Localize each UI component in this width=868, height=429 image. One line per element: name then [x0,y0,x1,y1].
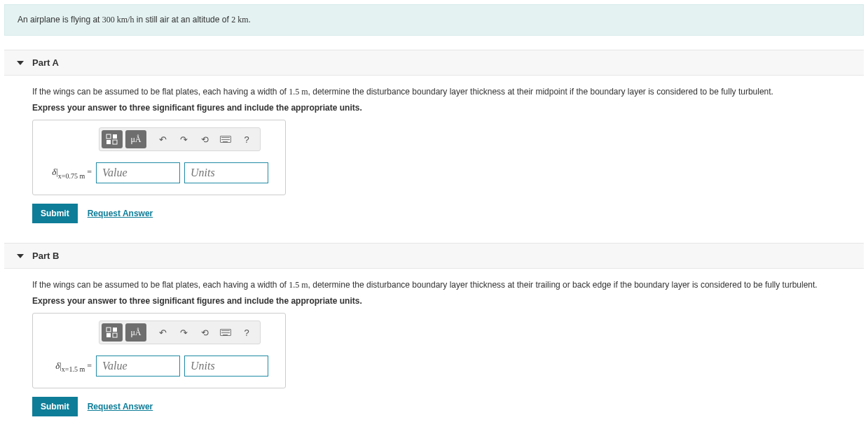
part-b-request-answer-link[interactable]: Request Answer [88,402,153,412]
keyboard-button[interactable] [216,323,235,342]
intro-alt: 2 km [231,15,248,24]
part-b-actions: Submit Request Answer [32,397,836,416]
part-a-value-input[interactable] [96,162,180,183]
reset-button[interactable]: ⟲ [195,323,214,342]
part-a-submit-button[interactable]: Submit [32,204,78,223]
redo-button[interactable]: ↷ [174,130,193,148]
svg-rect-7 [113,333,117,337]
answer-toolbar: μÅ ↶ ↷ ⟲ ? [99,321,261,344]
undo-button[interactable]: ↶ [153,130,172,148]
redo-button[interactable]: ↷ [174,323,193,342]
caret-down-icon [17,61,24,65]
part-b-input-row: δ|x=1.5 m = [41,356,277,377]
intro-text-mid: in still air at an altitude of [134,15,231,24]
special-chars-button[interactable]: μÅ [125,323,146,342]
part-b-header[interactable]: Part B [4,243,864,269]
part-a-units-input[interactable] [184,162,268,183]
intro-text-pre: An airplane is flying at [18,15,102,24]
part-b: Part B If the wings can be assumed to be… [4,243,864,422]
keyboard-icon [220,136,231,143]
help-button[interactable]: ? [237,130,256,148]
caret-down-icon [17,254,24,258]
part-b-body: If the wings can be assumed to be flat p… [4,269,864,422]
templates-button[interactable] [102,130,123,148]
templates-button[interactable] [102,323,123,342]
svg-rect-1 [113,134,117,139]
intro-text-post: . [249,15,251,24]
part-a-answer-box: μÅ ↶ ↷ ⟲ ? δ|x=0.75 m = [32,120,286,195]
part-a-body: If the wings can be assumed to be flat p… [4,76,864,229]
part-b-question: If the wings can be assumed to be flat p… [32,279,836,292]
svg-rect-0 [106,134,111,139]
problem-intro: An airplane is flying at 300 km/h in sti… [4,4,864,36]
part-b-instruction: Express your answer to three significant… [32,296,836,306]
part-a: Part A If the wings can be assumed to be… [4,50,864,229]
part-b-value-input[interactable] [96,356,180,377]
keyboard-button[interactable] [216,130,235,148]
part-b-submit-button[interactable]: Submit [32,397,78,416]
svg-rect-2 [106,140,111,144]
keyboard-icon [220,329,231,336]
undo-button[interactable]: ↶ [153,323,172,342]
part-a-title: Part A [32,57,59,68]
answer-toolbar: μÅ ↶ ↷ ⟲ ? [99,127,261,151]
svg-rect-4 [106,328,111,332]
help-button[interactable]: ? [237,323,256,342]
part-b-units-input[interactable] [184,356,268,377]
intro-speed: 300 km/h [102,15,135,24]
part-a-request-answer-link[interactable]: Request Answer [88,209,153,218]
part-a-instruction: Express your answer to three significant… [32,103,836,113]
part-a-actions: Submit Request Answer [32,204,836,223]
part-b-lhs: δ|x=1.5 m = [41,360,92,372]
part-b-title: Part B [32,251,59,261]
part-a-question: If the wings can be assumed to be flat p… [32,85,836,99]
special-chars-button[interactable]: μÅ [125,130,146,148]
svg-rect-3 [113,140,117,144]
svg-rect-6 [106,333,111,337]
part-a-header[interactable]: Part A [4,50,864,76]
part-a-input-row: δ|x=0.75 m = [41,162,277,183]
part-a-lhs: δ|x=0.75 m = [41,167,92,178]
reset-button[interactable]: ⟲ [195,130,214,148]
svg-rect-5 [113,328,117,332]
part-b-answer-box: μÅ ↶ ↷ ⟲ ? δ|x=1.5 m = [32,313,286,388]
